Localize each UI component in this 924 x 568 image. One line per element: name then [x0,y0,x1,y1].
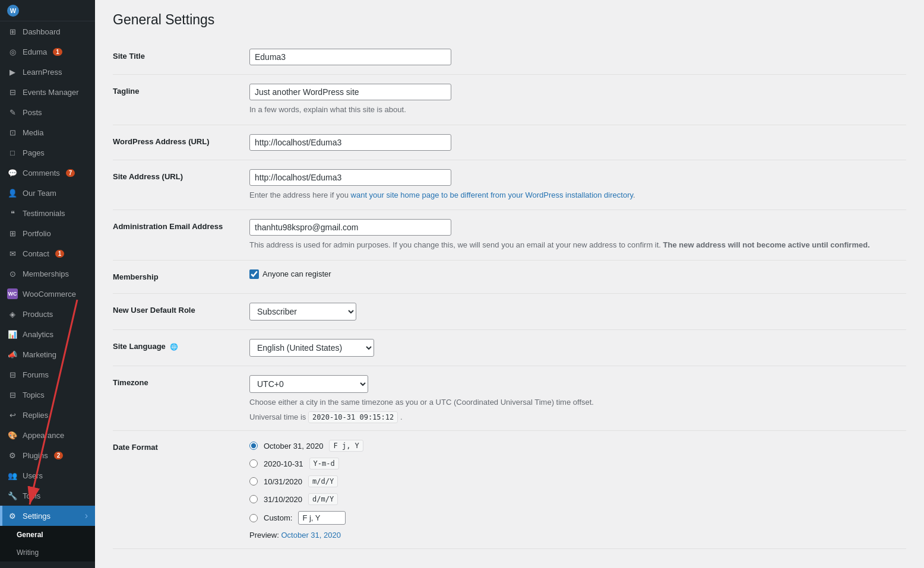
tagline-label: Tagline [113,75,243,125]
forums-icon: ⊟ [7,369,18,380]
sidebar-item-label: Topics [23,391,45,399]
sidebar-item-marketing[interactable]: 📣 Marketing [0,344,95,364]
sidebar-item-testimonials[interactable]: ❝ Testimonials [0,203,95,223]
date-format-label-1: 2020-10-31 [264,459,303,468]
wp-address-label: WordPress Address (URL) [113,125,243,160]
admin-email-input[interactable] [249,219,451,236]
sidebar-item-pages[interactable]: □ Pages [0,142,95,163]
sidebar-item-label: Products [23,310,53,319]
date-format-label-0: October 31, 2020 [264,442,323,450]
appearance-icon: 🎨 [7,430,18,440]
site-address-input[interactable] [249,169,451,186]
sidebar-item-tools[interactable]: 🔧 Tools [0,486,95,506]
site-title-input[interactable] [249,49,451,65]
sidebar-item-topics[interactable]: ⊟ Topics [0,385,95,405]
preview-label: Preview: [249,531,279,540]
sidebar-item-dashboard[interactable]: ⊞ Dashboard [0,21,95,42]
sidebar-item-settings[interactable]: ⚙ Settings › [0,506,95,526]
memberships-icon: ⊙ [7,268,18,279]
sidebar-item-woocommerce[interactable]: WC WooCommerce [0,284,95,304]
site-language-label: Site Language 🌐 [113,329,243,366]
sidebar-item-label: WooCommerce [23,290,76,299]
sidebar-item-contact[interactable]: ✉ Contact 1 [0,243,95,264]
replies-icon: ↩ [7,410,18,420]
sidebar-item-plugins[interactable]: ⚙ Plugins 2 [0,445,95,465]
date-format-radio-custom[interactable] [249,514,258,522]
new-user-role-label: New User Default Role [113,293,243,329]
sidebar-item-analytics[interactable]: 📊 Analytics [0,324,95,344]
sidebar-item-label: Posts [23,108,42,117]
date-format-radio-1[interactable] [249,459,258,468]
writing-label: Writing [17,548,39,557]
membership-checkbox[interactable] [249,269,259,279]
sidebar-item-label: Users [23,471,43,480]
date-format-radio-2[interactable] [249,477,258,486]
date-format-radio-group: October 31, 2020 F j, Y 2020-10-31 Y-m-d… [249,440,900,525]
date-format-label-2: 10/31/2020 [264,477,302,486]
sidebar-item-label: Testimonials [23,209,65,218]
sidebar-item-forums[interactable]: ⊟ Forums [0,364,95,385]
site-address-desc-suffix: . [633,191,635,199]
sidebar-item-label: Settings [23,512,50,521]
sidebar-item-events-manager[interactable]: ⊟ Events Manager [0,82,95,102]
sidebar-item-products[interactable]: ◈ Products [0,304,95,324]
sidebar-subitem-general[interactable]: General [0,526,95,544]
sidebar-item-comments[interactable]: 💬 Comments 7 [0,163,95,183]
site-language-row: Site Language 🌐 English (United States) [113,329,906,366]
site-language-select[interactable]: English (United States) [249,339,374,357]
tagline-description: In a few words, explain what this site i… [249,104,900,116]
wp-logo-icon: W [7,5,19,17]
preview-value: October 31, 2020 [281,531,340,540]
contact-badge: 1 [55,250,65,258]
sidebar-item-portfolio[interactable]: ⊞ Portfolio [0,223,95,243]
date-format-radio-3[interactable] [249,495,258,503]
new-user-role-row: New User Default Role Subscriber Contrib… [113,293,906,329]
sidebar-item-label: Media [23,128,43,137]
membership-checkbox-text: Anyone can register [262,269,331,278]
date-format-custom-input[interactable] [298,511,346,525]
sidebar-item-label: Analytics [23,330,53,339]
membership-checkbox-label[interactable]: Anyone can register [249,269,900,279]
sidebar-subitem-writing[interactable]: Writing [0,544,95,561]
plugins-icon: ⚙ [7,450,18,461]
site-address-label: Site Address (URL) [113,160,243,210]
timezone-select[interactable]: UTC+0 [249,375,368,393]
tagline-input[interactable] [249,84,451,100]
site-address-desc-link[interactable]: want your site home page to be different… [351,191,633,199]
sidebar-item-memberships[interactable]: ⊙ Memberships [0,264,95,284]
settings-form-table: Site Title Tagline In a few words, expla… [113,40,906,549]
sidebar-item-eduma[interactable]: ◎ Eduma 1 [0,42,95,62]
wp-address-row: WordPress Address (URL) [113,125,906,160]
sidebar-item-replies[interactable]: ↩ Replies [0,405,95,425]
sidebar-item-users[interactable]: 👥 Users [0,465,95,486]
site-address-description: Enter the address here if you want your … [249,189,900,201]
woocommerce-icon: WC [7,288,18,299]
plugins-badge: 2 [54,452,64,459]
date-format-label-3: 31/10/2020 [264,495,302,504]
sidebar-logo: W [0,0,95,21]
date-format-option-2: 10/31/2020 m/d/Y [249,475,900,487]
sidebar-item-appearance[interactable]: 🎨 Appearance [0,425,95,445]
date-format-preview: Preview: October 31, 2020 [249,531,900,540]
site-address-desc-prefix: Enter the address here if you [249,191,351,199]
date-format-code-2: m/d/Y [308,475,338,487]
membership-row: Membership Anyone can register [113,260,906,293]
settings-submenu: General Writing [0,526,95,561]
sidebar-item-learnpress[interactable]: ▶ LearnPress [0,62,95,82]
sidebar-item-label: Dashboard [23,27,61,36]
date-format-option-1: 2020-10-31 Y-m-d [249,458,900,469]
wp-address-input[interactable] [249,134,451,151]
sidebar-item-our-team[interactable]: 👤 Our Team [0,183,95,203]
comments-badge: 7 [66,169,75,177]
new-user-role-select[interactable]: Subscriber Contributor Author Editor Adm… [249,303,356,321]
sidebar-item-media[interactable]: ⊡ Media [0,122,95,142]
sidebar-item-posts[interactable]: ✎ Posts [0,102,95,122]
admin-email-desc-text: This address is used for admin purposes.… [249,240,661,249]
sidebar-item-label: Appearance [23,431,64,440]
site-title-row: Site Title [113,40,906,75]
posts-icon: ✎ [7,107,18,118]
general-label: General [17,531,43,539]
date-format-radio-0[interactable] [249,442,258,450]
our-team-icon: 👤 [7,188,18,198]
tools-icon: 🔧 [7,490,18,501]
